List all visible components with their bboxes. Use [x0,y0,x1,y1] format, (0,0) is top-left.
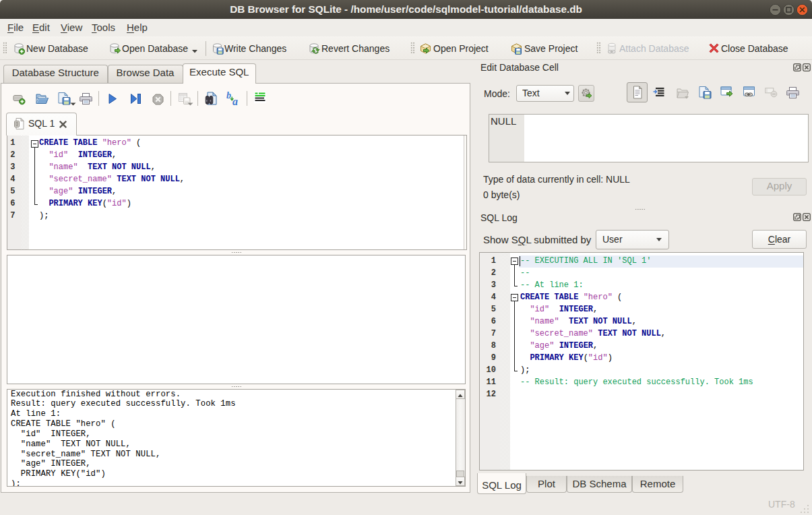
svg-text:a: a [232,96,238,106]
